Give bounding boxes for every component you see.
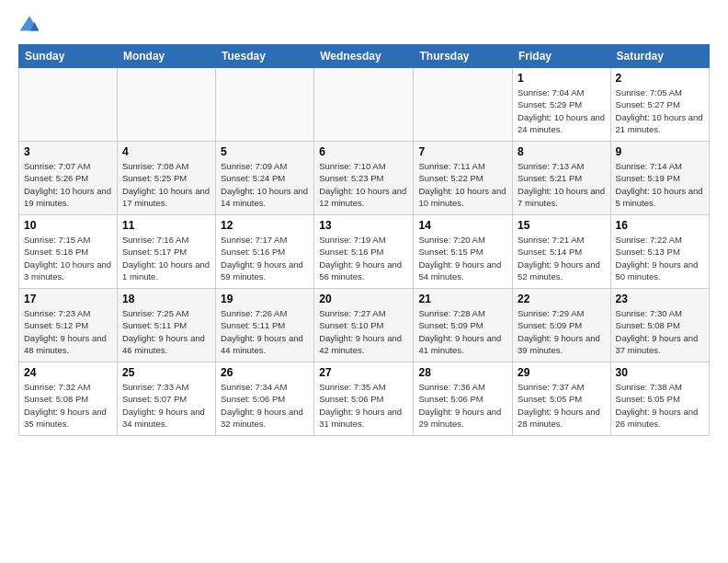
day-number: 12 [221,219,309,232]
day-header-tuesday: Tuesday [216,45,314,68]
calendar-cell: 21Sunrise: 7:28 AMSunset: 5:09 PMDayligh… [414,289,513,362]
day-info: Sunrise: 7:33 AMSunset: 5:07 PMDaylight:… [122,381,210,430]
day-info: Sunrise: 7:28 AMSunset: 5:09 PMDaylight:… [418,307,507,356]
calendar-cell: 14Sunrise: 7:20 AMSunset: 5:15 PMDayligh… [414,215,513,289]
day-info: Sunrise: 7:35 AMSunset: 5:06 PMDaylight:… [319,381,408,430]
day-info: Sunrise: 7:04 AMSunset: 5:29 PMDaylight:… [518,86,606,135]
calendar-cell: 6Sunrise: 7:10 AMSunset: 5:23 PMDaylight… [314,142,414,215]
calendar-cell: 30Sunrise: 7:38 AMSunset: 5:05 PMDayligh… [610,362,709,436]
day-info: Sunrise: 7:22 AMSunset: 5:13 PMDaylight:… [616,234,704,282]
day-info: Sunrise: 7:20 AMSunset: 5:15 PMDaylight:… [418,234,507,282]
calendar-cell: 22Sunrise: 7:29 AMSunset: 5:09 PMDayligh… [513,289,611,362]
calendar-cell [117,68,215,142]
logo [18,15,44,37]
day-number: 23 [616,293,704,305]
day-number: 14 [418,219,507,232]
calendar-cell: 11Sunrise: 7:16 AMSunset: 5:17 PMDayligh… [117,215,215,289]
day-info: Sunrise: 7:29 AMSunset: 5:09 PMDaylight:… [518,307,606,356]
day-number: 29 [518,366,606,379]
calendar-week-row: 1Sunrise: 7:04 AMSunset: 5:29 PMDaylight… [19,68,710,142]
day-number: 8 [518,145,606,158]
day-info: Sunrise: 7:19 AMSunset: 5:16 PMDaylight:… [319,234,408,282]
day-number: 13 [319,219,408,232]
day-number: 19 [221,293,309,305]
calendar: SundayMondayTuesdayWednesdayThursdayFrid… [18,44,710,436]
calendar-cell: 9Sunrise: 7:14 AMSunset: 5:19 PMDaylight… [610,142,709,215]
day-info: Sunrise: 7:32 AMSunset: 5:08 PMDaylight:… [24,381,112,430]
calendar-cell: 17Sunrise: 7:23 AMSunset: 5:12 PMDayligh… [19,289,118,362]
day-header-sunday: Sunday [19,45,118,68]
calendar-cell: 2Sunrise: 7:05 AMSunset: 5:27 PMDaylight… [610,68,709,142]
calendar-cell: 20Sunrise: 7:27 AMSunset: 5:10 PMDayligh… [314,289,414,362]
day-number: 2 [616,72,704,85]
day-info: Sunrise: 7:13 AMSunset: 5:21 PMDaylight:… [518,160,606,209]
day-info: Sunrise: 7:08 AMSunset: 5:25 PMDaylight:… [122,160,210,209]
calendar-cell: 7Sunrise: 7:11 AMSunset: 5:22 PMDaylight… [414,142,513,215]
calendar-cell: 3Sunrise: 7:07 AMSunset: 5:26 PMDaylight… [19,142,118,215]
day-number: 17 [24,293,112,305]
calendar-week-row: 17Sunrise: 7:23 AMSunset: 5:12 PMDayligh… [19,289,710,362]
calendar-cell: 19Sunrise: 7:26 AMSunset: 5:11 PMDayligh… [216,289,314,362]
day-info: Sunrise: 7:25 AMSunset: 5:11 PMDaylight:… [122,307,210,356]
calendar-cell: 5Sunrise: 7:09 AMSunset: 5:24 PMDaylight… [216,142,314,215]
calendar-cell: 1Sunrise: 7:04 AMSunset: 5:29 PMDaylight… [513,68,611,142]
day-info: Sunrise: 7:09 AMSunset: 5:24 PMDaylight:… [221,160,309,209]
day-info: Sunrise: 7:17 AMSunset: 5:16 PMDaylight:… [221,234,309,282]
calendar-week-row: 3Sunrise: 7:07 AMSunset: 5:26 PMDaylight… [19,142,710,215]
calendar-cell: 13Sunrise: 7:19 AMSunset: 5:16 PMDayligh… [314,215,414,289]
day-info: Sunrise: 7:36 AMSunset: 5:06 PMDaylight:… [418,381,507,430]
day-number: 10 [24,219,112,232]
day-info: Sunrise: 7:26 AMSunset: 5:11 PMDaylight:… [221,307,309,356]
day-number: 3 [24,145,112,158]
day-number: 28 [418,366,507,379]
calendar-cell: 10Sunrise: 7:15 AMSunset: 5:18 PMDayligh… [19,215,118,289]
calendar-cell: 26Sunrise: 7:34 AMSunset: 5:06 PMDayligh… [216,362,314,436]
day-header-wednesday: Wednesday [314,45,414,68]
calendar-cell: 25Sunrise: 7:33 AMSunset: 5:07 PMDayligh… [117,362,215,436]
calendar-cell: 29Sunrise: 7:37 AMSunset: 5:05 PMDayligh… [513,362,611,436]
day-number: 15 [518,219,606,232]
day-info: Sunrise: 7:05 AMSunset: 5:27 PMDaylight:… [616,86,704,135]
day-info: Sunrise: 7:34 AMSunset: 5:06 PMDaylight:… [221,381,309,430]
page: SundayMondayTuesdayWednesdayThursdayFrid… [0,0,728,445]
calendar-cell [216,68,314,142]
day-number: 16 [616,219,704,232]
day-number: 20 [319,293,408,305]
day-number: 25 [122,366,210,379]
day-info: Sunrise: 7:14 AMSunset: 5:19 PMDaylight:… [616,160,704,209]
day-header-saturday: Saturday [610,45,709,68]
day-number: 1 [518,72,606,85]
calendar-cell [314,68,414,142]
day-number: 6 [319,145,408,158]
day-info: Sunrise: 7:11 AMSunset: 5:22 PMDaylight:… [418,160,507,209]
calendar-header-row: SundayMondayTuesdayWednesdayThursdayFrid… [19,45,710,68]
calendar-cell: 8Sunrise: 7:13 AMSunset: 5:21 PMDaylight… [513,142,611,215]
day-number: 9 [616,145,704,158]
day-number: 11 [122,219,210,232]
calendar-week-row: 10Sunrise: 7:15 AMSunset: 5:18 PMDayligh… [19,215,710,289]
day-header-thursday: Thursday [414,45,513,68]
calendar-cell [414,68,513,142]
day-header-friday: Friday [513,45,611,68]
day-info: Sunrise: 7:16 AMSunset: 5:17 PMDaylight:… [122,234,210,282]
day-number: 5 [221,145,309,158]
calendar-cell: 4Sunrise: 7:08 AMSunset: 5:25 PMDaylight… [117,142,215,215]
calendar-cell: 12Sunrise: 7:17 AMSunset: 5:16 PMDayligh… [216,215,314,289]
calendar-cell: 16Sunrise: 7:22 AMSunset: 5:13 PMDayligh… [610,215,709,289]
day-info: Sunrise: 7:15 AMSunset: 5:18 PMDaylight:… [24,234,112,282]
day-info: Sunrise: 7:10 AMSunset: 5:23 PMDaylight:… [319,160,408,209]
header [18,15,710,37]
day-number: 30 [616,366,704,379]
day-number: 27 [319,366,408,379]
calendar-cell: 15Sunrise: 7:21 AMSunset: 5:14 PMDayligh… [513,215,611,289]
day-number: 24 [24,366,112,379]
day-number: 7 [418,145,507,158]
day-info: Sunrise: 7:27 AMSunset: 5:10 PMDaylight:… [319,307,408,356]
day-info: Sunrise: 7:37 AMSunset: 5:05 PMDaylight:… [518,381,606,430]
day-info: Sunrise: 7:21 AMSunset: 5:14 PMDaylight:… [518,234,606,282]
calendar-week-row: 24Sunrise: 7:32 AMSunset: 5:08 PMDayligh… [19,362,710,436]
day-number: 18 [122,293,210,305]
day-number: 4 [122,145,210,158]
calendar-cell: 24Sunrise: 7:32 AMSunset: 5:08 PMDayligh… [19,362,118,436]
day-info: Sunrise: 7:30 AMSunset: 5:08 PMDaylight:… [616,307,704,356]
